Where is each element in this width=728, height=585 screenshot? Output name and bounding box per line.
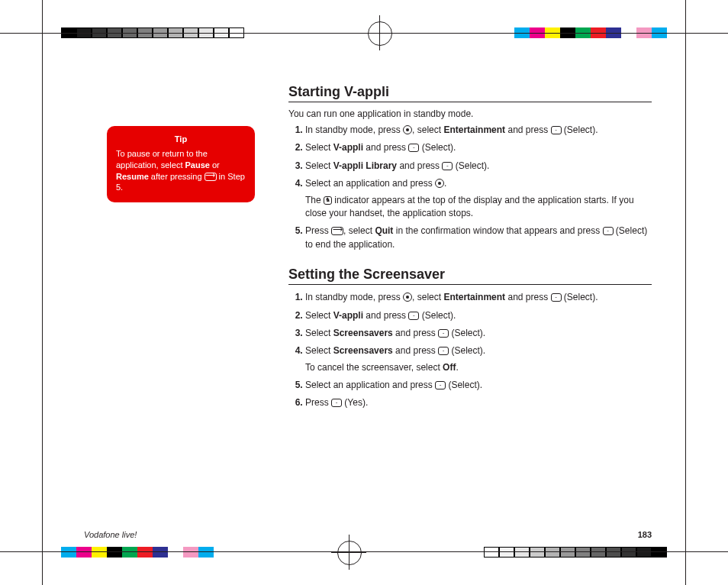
center-key-icon bbox=[435, 179, 444, 188]
color-swatch bbox=[107, 547, 122, 558]
app-indicator-icon bbox=[324, 196, 332, 205]
color-swatch bbox=[636, 547, 652, 558]
color-swatch bbox=[621, 547, 636, 558]
color-swatch bbox=[198, 547, 214, 558]
color-swatch bbox=[545, 547, 560, 558]
tip-body: To pause or return to the application, s… bbox=[116, 148, 246, 193]
softkey-icon bbox=[442, 162, 453, 170]
color-swatch bbox=[514, 547, 530, 558]
end-key-icon bbox=[205, 173, 217, 181]
footer-brand: Vodafone live! bbox=[84, 530, 137, 539]
step-item: Press (Yes). bbox=[305, 396, 652, 409]
tip-title: Tip bbox=[116, 134, 246, 145]
color-swatch bbox=[153, 547, 168, 558]
step-note: To cancel the screensaver, select Off. bbox=[305, 361, 652, 374]
center-key-icon bbox=[403, 292, 412, 302]
color-swatch bbox=[137, 547, 153, 558]
crop-rule bbox=[0, 551, 728, 552]
color-swatch bbox=[560, 547, 575, 558]
step-item: Select an application and press . The in… bbox=[305, 177, 652, 220]
step-item: Press , select Quit in the confirmation … bbox=[305, 225, 652, 251]
color-swatch bbox=[183, 547, 198, 558]
intro-text: You can run one application in standby m… bbox=[288, 108, 652, 119]
step-item: Select V-appli and press (Select). bbox=[305, 309, 652, 322]
crop-rule bbox=[0, 33, 728, 34]
step-item: Select V-appli and press (Select). bbox=[305, 141, 652, 154]
register-target-icon bbox=[331, 535, 366, 570]
color-swatch bbox=[575, 547, 591, 558]
page-footer: Vodafone live! 183 bbox=[84, 530, 652, 539]
step-item: Select V-appli Library and press (Select… bbox=[305, 160, 652, 173]
color-swatch bbox=[530, 547, 545, 558]
end-key-icon bbox=[331, 227, 343, 235]
color-swatch bbox=[122, 547, 137, 558]
color-swatch bbox=[92, 547, 107, 558]
heading-screensaver: Setting the Screensaver bbox=[288, 267, 652, 285]
color-swatch bbox=[484, 547, 499, 558]
color-swatch bbox=[606, 547, 621, 558]
step-item: Select Screensavers and press (Select). … bbox=[305, 344, 652, 374]
softkey-icon bbox=[438, 329, 449, 338]
color-swatch bbox=[652, 547, 667, 558]
softkey-icon bbox=[551, 126, 562, 134]
color-swatch bbox=[168, 547, 183, 558]
color-swatch bbox=[61, 547, 76, 558]
softkey-icon bbox=[408, 312, 419, 320]
steps-screensaver: In standby mode, press , select Entertai… bbox=[288, 291, 652, 410]
center-key-icon bbox=[403, 125, 412, 134]
color-swatch bbox=[76, 547, 92, 558]
softkey-icon bbox=[603, 227, 614, 235]
crop-rule bbox=[42, 0, 43, 585]
softkey-icon bbox=[331, 399, 342, 407]
registration-bar-bottom bbox=[0, 535, 728, 570]
crop-rule bbox=[685, 0, 686, 585]
steps-starting-vappli: In standby mode, press , select Entertai… bbox=[288, 124, 652, 251]
step-note: The indicator appears at the top of the … bbox=[305, 194, 652, 221]
heading-starting-vappli: Starting V-appli bbox=[288, 84, 652, 102]
step-item: Select an application and press (Select)… bbox=[305, 379, 652, 392]
page-number: 183 bbox=[638, 530, 652, 539]
color-swatch bbox=[591, 547, 606, 558]
softkey-icon bbox=[551, 293, 562, 302]
step-item: In standby mode, press , select Entertai… bbox=[305, 124, 652, 137]
page-content: Tip To pause or return to the applicatio… bbox=[84, 84, 652, 524]
softkey-icon bbox=[438, 347, 449, 355]
step-item: Select Screensavers and press (Select). bbox=[305, 327, 652, 340]
tip-box: Tip To pause or return to the applicatio… bbox=[107, 126, 255, 202]
color-swatch bbox=[499, 547, 514, 558]
step-item: In standby mode, press , select Entertai… bbox=[305, 291, 652, 304]
softkey-icon bbox=[408, 144, 419, 152]
softkey-icon bbox=[435, 381, 446, 389]
